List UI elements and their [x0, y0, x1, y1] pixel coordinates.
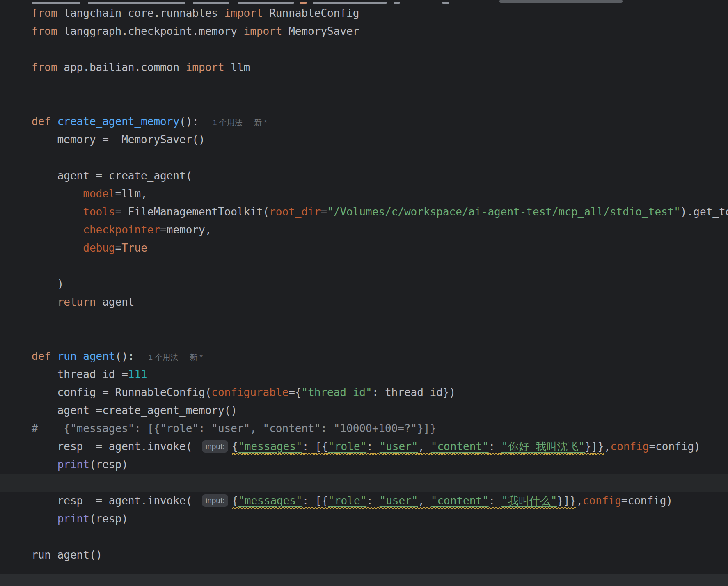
code-token: run_agent(): [32, 549, 102, 561]
code-line[interactable]: agent =create_agent_memory(): [0, 401, 728, 419]
code-token: "/Volumes/c/workspace/ai-agent-test/mcp_…: [327, 206, 680, 218]
code-token: [32, 513, 57, 525]
code-line[interactable]: [0, 40, 728, 58]
ide-editor-window: { "editor": { "theme_colors": { "backgro…: [0, 0, 728, 586]
code-token: config: [583, 494, 621, 507]
code-token: = FileManagementToolkit(: [115, 206, 270, 218]
code-token: ,: [418, 440, 430, 453]
code-token: "user": [380, 440, 418, 453]
code-token: True: [121, 242, 147, 254]
code-token: [51, 350, 57, 362]
code-token: "role": [328, 440, 366, 453]
code-line[interactable]: [0, 329, 728, 347]
bottom-panel-edge: [0, 574, 728, 586]
code-token: =config): [621, 494, 673, 507]
code-line[interactable]: print(resp): [0, 456, 728, 474]
code-token: : [{: [302, 494, 328, 507]
code-line[interactable]: resp = agent.invoke( input:{"messages": …: [0, 437, 728, 456]
usage-inlay-hint[interactable]: 1 个用法: [213, 118, 243, 127]
code-token: root_dir: [269, 206, 321, 218]
code-line[interactable]: checkpointer=memory,: [0, 221, 728, 239]
code-token: import: [224, 7, 263, 19]
code-line[interactable]: tools= FileManagementToolkit(root_dir="/…: [0, 203, 728, 221]
code-token: import: [186, 61, 224, 73]
code-token: ():: [179, 115, 199, 128]
usage-inlay-hint[interactable]: 新 *: [190, 353, 203, 362]
code-token: llm: [224, 61, 250, 73]
code-token: resp = agent.invoke(: [32, 494, 199, 507]
code-token: config: [611, 440, 649, 453]
code-line[interactable]: return agent: [0, 293, 728, 311]
warning-underlined-expression: {"messages": [{"role": "user", "content"…: [231, 492, 576, 510]
code-token: (resp): [89, 513, 128, 525]
code-token: model: [83, 188, 115, 200]
code-line[interactable]: [0, 94, 728, 112]
usage-inlay-hint[interactable]: 1 个用法: [148, 353, 178, 362]
code-line[interactable]: from app.bailian.common import llm: [0, 58, 728, 76]
code-token: def: [32, 115, 51, 128]
code-token: from: [32, 7, 57, 19]
code-line[interactable]: [0, 257, 728, 275]
code-token: ={: [288, 386, 301, 398]
usage-inlay-hint[interactable]: 新 *: [254, 118, 267, 127]
code-line[interactable]: [0, 76, 728, 94]
code-token: {: [231, 440, 238, 453]
code-line[interactable]: [0, 311, 728, 329]
code-token: "thread_id": [301, 386, 372, 398]
code-token: run_agent: [57, 350, 115, 362]
code-line[interactable]: memory = MemorySaver(): [0, 130, 728, 149]
code-token: :: [489, 494, 501, 507]
code-token: 111: [128, 368, 147, 380]
parameter-name-hint-chip: input:: [202, 440, 228, 453]
code-token: [32, 296, 57, 308]
code-line[interactable]: config = RunnableConfig(configurable={"t…: [0, 383, 728, 401]
code-line[interactable]: from langchain_core.runnables import Run…: [0, 4, 728, 22]
code-token: ,: [576, 494, 583, 507]
code-token: return: [57, 296, 96, 308]
code-line[interactable]: resp = agent.invoke( input:{"messages": …: [0, 492, 728, 510]
code-line[interactable]: def run_agent():1 个用法新 *: [0, 347, 728, 365]
code-line[interactable]: [0, 0, 728, 4]
code-token: "我叫什么": [501, 494, 557, 507]
code-line[interactable]: def create_agent_memory():1 个用法新 *: [0, 112, 728, 130]
code-line[interactable]: from langgraph.checkpoint.memory import …: [0, 22, 728, 40]
warning-underlined-expression: {"messages": [{"role": "user", "content"…: [231, 437, 604, 456]
code-token: =llm,: [115, 188, 147, 200]
code-token: =: [321, 206, 327, 218]
code-token: =config): [649, 440, 701, 453]
code-line[interactable]: run_agent(): [0, 546, 728, 564]
code-token: checkpointer: [83, 224, 160, 236]
code-token: import: [244, 25, 282, 37]
code-token: agent = create_agent(: [32, 169, 192, 182]
parameter-name-hint-chip: input:: [202, 494, 228, 507]
code-line[interactable]: debug=True: [0, 239, 728, 257]
code-token: def: [32, 350, 51, 362]
code-line[interactable]: [0, 149, 728, 167]
code-token: ): [32, 278, 64, 290]
code-token: "role": [328, 494, 366, 507]
code-editor[interactable]: from langchain_core.runnables import Run…: [0, 0, 728, 574]
code-token: }]}: [557, 494, 576, 507]
code-token: ():: [115, 350, 135, 362]
code-line[interactable]: agent = create_agent(: [0, 167, 728, 185]
code-token: "你好 我叫沈飞": [501, 440, 585, 453]
code-line[interactable]: [0, 528, 728, 546]
code-token: ,: [604, 440, 611, 453]
code-token: thread_id =: [32, 368, 128, 380]
code-token: agent: [96, 296, 135, 308]
code-token: [51, 115, 57, 128]
code-token: "content": [431, 494, 489, 507]
code-line[interactable]: thread_id =111: [0, 365, 728, 383]
code-token: "content": [431, 440, 489, 453]
code-token: # {"messages": [{"role": "user", "conten…: [32, 422, 436, 435]
code-token: from: [32, 25, 57, 37]
code-token: : thread_id}): [372, 386, 456, 398]
code-line[interactable]: ): [0, 275, 728, 293]
caret-line-highlight[interactable]: [0, 474, 728, 492]
code-token: langchain_core.runnables: [57, 7, 224, 19]
code-token: langgraph.checkpoint.memory: [57, 25, 244, 37]
code-line[interactable]: # {"messages": [{"role": "user", "conten…: [0, 419, 728, 437]
code-line[interactable]: model=llm,: [0, 185, 728, 203]
code-token: [32, 224, 83, 236]
code-line[interactable]: print(resp): [0, 510, 728, 528]
